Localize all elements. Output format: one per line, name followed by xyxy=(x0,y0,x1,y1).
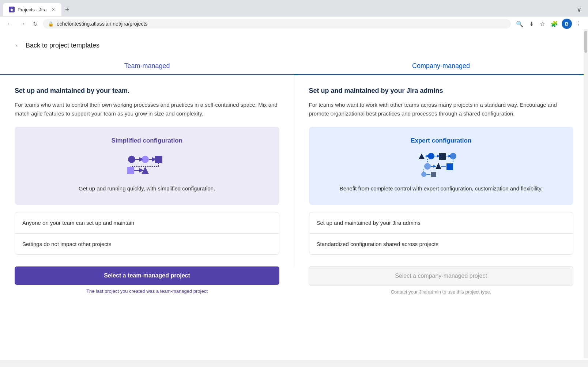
bottom-cols: Select a team-managed project The last p… xyxy=(0,266,588,306)
user-avatar[interactable]: B xyxy=(562,19,572,29)
expert-config-desc: Benefit from complete control with exper… xyxy=(318,185,565,193)
svg-point-11 xyxy=(428,153,434,159)
back-button[interactable]: ← xyxy=(4,19,15,29)
expert-config-card: Expert configuration xyxy=(309,127,574,205)
svg-marker-10 xyxy=(419,154,425,159)
team-managed-feature-1: Anyone on your team can set up and maint… xyxy=(15,212,279,234)
svg-marker-19 xyxy=(436,163,441,169)
menu-icon[interactable]: ⋮ xyxy=(573,19,584,29)
svg-rect-24 xyxy=(431,172,436,177)
svg-rect-14 xyxy=(439,153,446,160)
team-managed-feature-list: Anyone on your team can set up and maint… xyxy=(15,212,279,255)
svg-rect-5 xyxy=(127,167,134,174)
svg-point-16 xyxy=(450,153,456,159)
company-managed-col: Set up and maintained by your Jira admin… xyxy=(294,75,588,266)
download-icon[interactable]: ⬇ xyxy=(527,19,536,29)
company-managed-note: Contact your Jira admin to use this proj… xyxy=(309,289,573,295)
address-bar-row: ← → ↻ 🔒 echelontesting.atlassian.net/jir… xyxy=(0,16,588,31)
tab-bar: ◆ Projects - Jira × + ∨ xyxy=(0,0,588,16)
company-managed-feature-list: Set up and maintained by your Jira admin… xyxy=(309,212,574,255)
team-managed-desc: For teams who want to control their own … xyxy=(15,101,279,118)
svg-marker-7 xyxy=(142,167,149,174)
team-managed-col: Set up and maintained by your team. For … xyxy=(0,75,294,266)
toolbar-icons: 🔍 ⬇ ☆ 🧩 B ⋮ xyxy=(514,19,584,29)
svg-point-22 xyxy=(421,172,426,177)
expert-config-title: Expert configuration xyxy=(318,137,565,144)
address-text: echelontesting.atlassian.net/jira/projec… xyxy=(57,21,147,27)
company-managed-feature-1: Set up and maintained by your Jira admin… xyxy=(309,212,573,234)
new-tab-button[interactable]: + xyxy=(61,4,73,15)
search-icon[interactable]: 🔍 xyxy=(514,19,525,29)
company-managed-action: Select a company-managed project Contact… xyxy=(294,266,588,306)
simplified-config-title: Simplified configuration xyxy=(23,137,271,144)
team-managed-action: Select a team-managed project The last p… xyxy=(0,266,294,306)
page-content: ← Back to project templates Team-managed… xyxy=(0,31,588,360)
back-link-text: Back to project templates xyxy=(26,42,99,49)
tab-favicon: ◆ xyxy=(9,7,15,12)
tab-title: Projects - Jira xyxy=(18,7,48,12)
tab-team-managed[interactable]: Team-managed xyxy=(0,57,294,75)
forward-button[interactable]: → xyxy=(18,19,28,29)
svg-point-2 xyxy=(142,156,149,163)
select-team-managed-button[interactable]: Select a team-managed project xyxy=(15,266,279,285)
bookmark-icon[interactable]: ☆ xyxy=(538,19,547,29)
scrollbar[interactable] xyxy=(584,29,588,358)
company-managed-heading: Set up and maintained by your Jira admin… xyxy=(309,87,574,95)
svg-point-17 xyxy=(424,163,431,170)
active-tab[interactable]: ◆ Projects - Jira × xyxy=(3,3,61,16)
svg-point-0 xyxy=(128,156,135,163)
simplified-config-desc: Get up and running quickly, with simplif… xyxy=(23,185,271,193)
back-link[interactable]: ← Back to project templates xyxy=(0,31,588,57)
svg-rect-4 xyxy=(155,156,162,163)
tab-overflow-button[interactable]: ∨ xyxy=(573,4,585,15)
simplified-config-card: Simplified configuration xyxy=(15,127,279,205)
team-managed-heading: Set up and maintained by your team. xyxy=(15,87,279,95)
extensions-icon[interactable]: 🧩 xyxy=(549,19,560,29)
company-managed-desc: For teams who want to work with other te… xyxy=(309,101,574,118)
simplified-diagram xyxy=(23,152,271,177)
lock-icon: 🔒 xyxy=(48,21,54,27)
tab-company-managed[interactable]: Company-managed xyxy=(294,57,588,75)
back-arrow-icon: ← xyxy=(15,41,22,50)
reload-button[interactable]: ↻ xyxy=(31,19,40,29)
svg-rect-21 xyxy=(446,163,453,170)
tab-close-button[interactable]: × xyxy=(51,6,56,13)
tabs-container: Team-managed Company-managed xyxy=(0,57,588,75)
team-managed-note: The last project you created was a team-… xyxy=(15,288,279,294)
select-company-managed-button[interactable]: Select a company-managed project xyxy=(309,266,573,285)
address-field[interactable]: 🔒 echelontesting.atlassian.net/jira/proj… xyxy=(43,19,511,29)
content-area: Set up and maintained by your team. For … xyxy=(0,75,588,266)
team-managed-feature-2: Settings do not impact other projects xyxy=(15,234,279,254)
company-managed-feature-2: Standardized configuration shared across… xyxy=(309,234,573,254)
browser-chrome: ◆ Projects - Jira × + ∨ ← → ↻ 🔒 echelont… xyxy=(0,0,588,31)
scrollbar-thumb[interactable] xyxy=(584,31,587,53)
expert-diagram xyxy=(318,152,565,177)
